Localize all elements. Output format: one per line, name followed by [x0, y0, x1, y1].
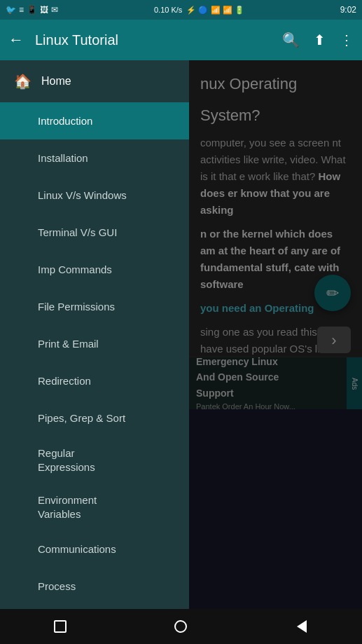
toolbar-icons: 🔍 ⬆ ⋮ — [282, 32, 354, 48]
drawer-home-label: Home — [41, 75, 71, 88]
drawer-item-terminal-vs-gui[interactable]: Terminal V/s GUI — [0, 214, 189, 251]
drawer-item-redirection[interactable]: Redirection — [0, 362, 189, 399]
drawer-item-label: Linux V/s Windows — [38, 189, 127, 201]
drawer-item-file-permissions[interactable]: File Permissions — [0, 288, 189, 325]
drawer-item-label: Pipes, Grep & Sort — [38, 412, 125, 424]
phone-icon: 📱 — [27, 5, 37, 15]
drawer-item-pipes-grep-sort[interactable]: Pipes, Grep & Sort — [0, 399, 189, 437]
share-icon[interactable]: ⬆ — [314, 32, 326, 48]
drawer-item-label: Terminal V/s GUI — [38, 226, 117, 238]
twitter-icon: 🐦 — [6, 5, 16, 15]
drawer-item-label: EnvironmentVariables — [38, 494, 97, 520]
search-icon[interactable]: 🔍 — [282, 32, 300, 48]
home-button[interactable] — [167, 612, 195, 640]
home-icon: 🏠 — [14, 73, 32, 90]
recent-apps-icon — [54, 620, 67, 633]
back-nav-button[interactable] — [288, 612, 316, 640]
menu-icon: ≡ — [19, 5, 24, 15]
drawer-item-installation[interactable]: Installation — [0, 139, 189, 177]
drawer-item-communications[interactable]: Communications — [0, 530, 189, 568]
drawer-item-label: RegularExpressions — [38, 447, 95, 473]
drawer-item-process[interactable]: Process — [0, 568, 189, 605]
drawer-item-regular-expressions[interactable]: RegularExpressions — [0, 437, 189, 484]
drawer-item-label: Imp Commands — [38, 263, 112, 275]
drawer-item-label: File Permissions — [38, 301, 115, 313]
drawer-item-label: Redirection — [38, 375, 91, 387]
email-icon: ✉ — [51, 5, 58, 15]
back-triangle-icon — [297, 620, 307, 633]
toolbar: ← Linux Tutorial 🔍 ⬆ ⋮ — [0, 20, 362, 60]
drawer: 🏠 Home Introduction Installation Linux V… — [0, 60, 189, 609]
toolbar-title: Linux Tutorial — [35, 32, 282, 48]
image-icon: 🖼 — [40, 5, 48, 15]
main-area: 🏠 Home Introduction Installation Linux V… — [0, 60, 362, 609]
back-button[interactable]: ← — [8, 31, 24, 49]
drawer-item-label: Process — [38, 580, 76, 592]
drawer-item-label: Installation — [38, 152, 88, 164]
status-speed: 0.10 K/s ⚡ 🔵 📶 📶 🔋 — [154, 6, 244, 15]
drawer-item-label: Print & Email — [38, 338, 99, 350]
recent-apps-button[interactable] — [46, 612, 74, 640]
drawer-item-linux-vs-windows[interactable]: Linux V/s Windows — [0, 177, 189, 214]
status-time: 9:02 — [340, 5, 356, 15]
drawer-item-label: Introduction — [38, 115, 92, 127]
more-icon[interactable]: ⋮ — [340, 32, 354, 48]
status-left-icons: 🐦 ≡ 📱 🖼 ✉ — [6, 5, 58, 15]
drawer-item-print-email[interactable]: Print & Email — [0, 325, 189, 362]
drawer-item-imp-commands[interactable]: Imp Commands — [0, 251, 189, 288]
nav-bar — [0, 609, 362, 644]
drawer-item-introduction[interactable]: Introduction — [0, 102, 189, 139]
status-bar: 🐦 ≡ 📱 🖼 ✉ 0.10 K/s ⚡ 🔵 📶 📶 🔋 9:02 — [0, 0, 362, 20]
drawer-item-label: Communications — [38, 543, 116, 555]
home-circle-icon — [174, 620, 187, 633]
content-overlay[interactable] — [189, 60, 362, 609]
drawer-item-environment-variables[interactable]: EnvironmentVariables — [0, 484, 189, 530]
drawer-home-item[interactable]: 🏠 Home — [0, 60, 189, 102]
